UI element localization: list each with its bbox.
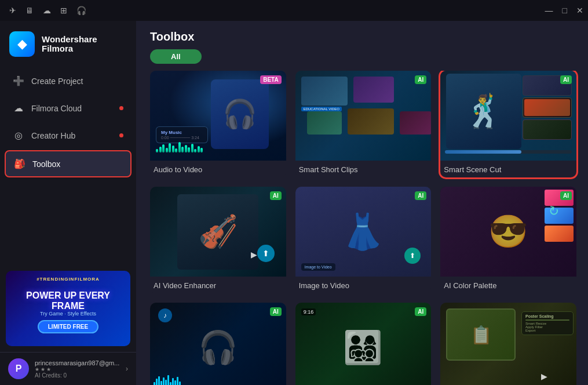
- sidebar: ◆ Wondershare Filmora ➕ Create Project ☁…: [0, 21, 136, 385]
- creator-hub-icon: ◎: [13, 130, 24, 141]
- sidebar-item-toolbox[interactable]: 🎒 Toolbox: [5, 150, 132, 177]
- cloud-upload-icon[interactable]: ☁: [43, 6, 51, 15]
- tool-card-row3a[interactable]: 🎧: [150, 303, 286, 385]
- maximize-button[interactable]: □: [563, 6, 567, 15]
- sidebar-item-create-project[interactable]: ➕ Create Project: [5, 68, 132, 93]
- filter-all[interactable]: All: [150, 49, 202, 64]
- tool-card-ai-video-enhancer[interactable]: 🎻 ⬆ ▶ AI AI Video Enhancer: [150, 187, 286, 293]
- user-area[interactable]: P princessmarasigan987@gm... ★ ★ ★ AI Cr…: [0, 352, 136, 385]
- promo-tag: #TRENDINGINFILMORA: [6, 277, 130, 282]
- badge-ai-video-enhancer: AI: [270, 191, 282, 200]
- titlebar-app-icons: ✈ 🖥 ☁ ⊞ 🎧: [9, 6, 86, 15]
- sidebar-item-creator-hub[interactable]: ◎ Creator Hub: [5, 123, 132, 148]
- grid-icon[interactable]: ⊞: [60, 6, 67, 15]
- user-credits: AI Credits: 0: [35, 372, 120, 379]
- minimize-button[interactable]: —: [545, 6, 553, 15]
- create-project-icon: ➕: [13, 75, 24, 86]
- send-icon[interactable]: ✈: [9, 6, 16, 15]
- monitor-icon[interactable]: 🖥: [25, 6, 34, 15]
- sidebar-nav: ➕ Create Project ☁ Filmora Cloud ◎ Creat…: [0, 68, 136, 177]
- logo-product: Filmora: [42, 44, 97, 54]
- window-controls: — □ ✕: [545, 6, 583, 15]
- user-chevron-icon[interactable]: ›: [126, 365, 128, 373]
- user-stars: ★ ★ ★: [35, 366, 120, 372]
- thumb-image-to-video: 👗 ⬆ Image to Video AI: [295, 187, 432, 277]
- thumb-smart-short-clips: EDUCATIONAL VIDEO AI: [295, 71, 432, 161]
- thumb-row3c: 📋 Poster Scaling Smart Resize Apply Filt…: [440, 303, 576, 385]
- badge-row3b: AI: [415, 307, 426, 316]
- tool-card-image-to-video[interactable]: 👗 ⬆ Image to Video AI: [295, 187, 432, 293]
- tool-card-row3b[interactable]: 👨‍👩‍👧‍👦 9:16 AI: [295, 303, 432, 385]
- thumb-ai-video-enhancer: 🎻 ⬆ ▶ AI: [150, 187, 286, 277]
- promo-button[interactable]: LIMITED FREE: [38, 320, 98, 333]
- filmora-cloud-dot: [119, 106, 123, 110]
- app-body: ◆ Wondershare Filmora ➕ Create Project ☁…: [0, 21, 588, 385]
- tool-card-smart-scene-cut[interactable]: 🕺: [440, 71, 576, 177]
- sidebar-label-filmora-cloud: Filmora Cloud: [31, 104, 82, 113]
- thumb-audio-to-video: 🎧 My Music 0:00 ─────── 3:24: [150, 71, 286, 161]
- tool-card-smart-short-clips[interactable]: EDUCATIONAL VIDEO AI Smart Short Clips: [295, 71, 432, 177]
- badge-row3a: AI: [270, 307, 282, 316]
- logo-icon: ◆: [9, 31, 35, 57]
- tools-grid-area: 🎧 My Music 0:00 ─────── 3:24: [136, 71, 588, 385]
- close-button[interactable]: ✕: [576, 6, 583, 15]
- creator-hub-dot: [119, 133, 123, 137]
- user-info: princessmarasigan987@gm... ★ ★ ★ AI Cred…: [35, 359, 120, 379]
- promo-banner[interactable]: #TRENDINGINFILMORA POWER UP EVERY FRAME …: [6, 271, 130, 346]
- badge-smart-short-clips: AI: [415, 75, 426, 84]
- tool-card-audio-to-video[interactable]: 🎧 My Music 0:00 ─────── 3:24: [150, 71, 286, 177]
- thumb-ai-color-palette: 😎 ↻ AI: [440, 187, 576, 277]
- sidebar-promo: #TRENDINGINFILMORA POWER UP EVERY FRAME …: [0, 265, 136, 352]
- user-email: princessmarasigan987@gm...: [35, 359, 120, 366]
- filmora-cloud-icon: ☁: [13, 103, 24, 114]
- sidebar-label-creator-hub: Creator Hub: [31, 131, 75, 140]
- logo-area: ◆ Wondershare Filmora: [0, 21, 136, 68]
- tool-label-ai-video-enhancer: AI Video Enhancer: [150, 277, 286, 293]
- thumb-row3a: 🎧: [150, 303, 286, 385]
- tool-label-image-to-video: Image to Video: [295, 277, 432, 293]
- logo-text: Wondershare Filmora: [42, 35, 97, 54]
- promo-sub: Try Game · Style Effects: [40, 311, 96, 317]
- avatar: P: [8, 358, 29, 379]
- thumb-row3b: 👨‍👩‍👧‍👦 9:16 AI: [295, 303, 432, 385]
- main-content: Toolbox All 🎧: [136, 21, 588, 385]
- badge-ai-color-palette: AI: [560, 191, 572, 200]
- tools-grid: 🎧 My Music 0:00 ─────── 3:24: [150, 71, 576, 385]
- sidebar-label-create-project: Create Project: [31, 77, 83, 86]
- sidebar-item-filmora-cloud[interactable]: ☁ Filmora Cloud: [5, 96, 132, 121]
- badge-audio-to-video: BETA: [260, 75, 281, 84]
- filter-bar: All: [136, 49, 588, 71]
- tool-label-audio-to-video: Audio to Video: [150, 161, 286, 177]
- sidebar-label-toolbox: Toolbox: [32, 159, 60, 169]
- badge-smart-scene-cut: AI: [560, 75, 572, 84]
- tool-card-ai-color-palette[interactable]: 😎 ↻ AI AI Col: [440, 187, 576, 293]
- tool-label-ai-color-palette: AI Color Palette: [440, 277, 576, 293]
- thumb-smart-scene-cut: 🕺: [440, 71, 576, 161]
- headset-icon[interactable]: 🎧: [76, 6, 86, 15]
- promo-title: POWER UP EVERY FRAME: [10, 290, 126, 311]
- toolbox-icon: 🎒: [14, 158, 25, 169]
- badge-image-to-video: AI: [415, 191, 426, 200]
- page-title: Toolbox: [150, 30, 574, 43]
- logo-brand: Wondershare: [42, 35, 97, 45]
- tool-label-smart-scene-cut: Smart Scene Cut: [440, 161, 576, 177]
- titlebar: ✈ 🖥 ☁ ⊞ 🎧 — □ ✕: [0, 0, 588, 21]
- tool-label-smart-short-clips: Smart Short Clips: [295, 161, 432, 177]
- content-header: Toolbox: [136, 21, 588, 49]
- tool-card-row3c[interactable]: 📋 Poster Scaling Smart Resize Apply Filt…: [440, 303, 576, 385]
